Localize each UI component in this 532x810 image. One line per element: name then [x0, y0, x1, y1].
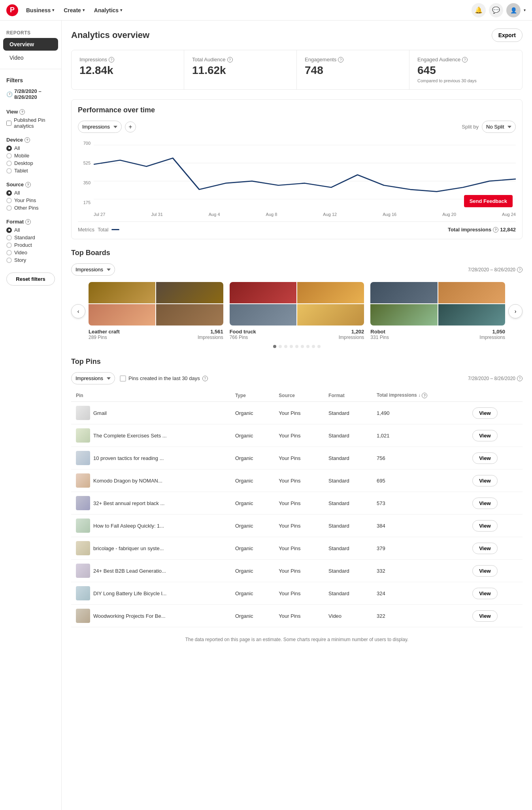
metric-engaged-audience: Engaged Audience ? 645 Compared to previ… — [409, 50, 522, 89]
pin-impressions: 324 — [372, 582, 468, 605]
view-pin-button[interactable]: View — [472, 407, 497, 419]
view-pin-button[interactable]: View — [472, 498, 497, 509]
view-pin-button[interactable]: View — [472, 452, 497, 464]
board-impressions-label-food: Impressions — [339, 335, 364, 340]
pin-type: Organic — [230, 492, 274, 515]
pin-view-cell: View — [468, 582, 523, 605]
radio-format-all — [6, 227, 12, 233]
view-pin-button[interactable]: View — [472, 475, 497, 486]
radio-standard — [6, 235, 12, 240]
published-pin-checkbox[interactable]: Published Pin analytics — [6, 117, 55, 129]
info-icon[interactable]: ? — [517, 267, 523, 273]
boards-controls: Impressions 7/28/2020 – 8/26/2020 ? — [71, 263, 523, 276]
export-button[interactable]: Export — [492, 28, 523, 42]
info-icon[interactable]: ? — [19, 109, 25, 115]
last-30-days-checkbox[interactable]: Pins created in the last 30 days ? — [120, 375, 208, 382]
dot-1 — [273, 345, 276, 348]
send-feedback-button[interactable]: Send Feedback — [464, 195, 513, 207]
info-icon[interactable]: ? — [109, 57, 114, 62]
y-axis: 700 525 350 175 — [78, 139, 94, 206]
view-pin-button[interactable]: View — [472, 565, 497, 577]
notification-icon-btn[interactable]: 🔔 — [472, 3, 486, 17]
dot-5 — [295, 345, 298, 348]
device-desktop[interactable]: Desktop — [6, 160, 55, 166]
avatar[interactable]: 👤 — [506, 3, 521, 17]
dot-9 — [317, 345, 321, 348]
messages-icon-btn[interactable]: 💬 — [489, 3, 503, 17]
info-icon[interactable]: ? — [25, 219, 31, 225]
pin-title: DIY Long Battery Life Bicycle l... — [93, 590, 166, 596]
info-icon[interactable]: ? — [517, 376, 523, 381]
boards-list: Leather craft 289 Pins 1,561 Impressions — [85, 280, 508, 342]
pin-thumbnail — [76, 609, 90, 623]
chart-area: 700 525 350 175 — [78, 139, 516, 218]
radio-mobile — [6, 153, 12, 159]
col-type: Type — [230, 389, 274, 402]
main-content: Analytics overview Export Impressions ? … — [62, 21, 532, 810]
pin-row-name: The Complete Exercises Sets ... — [76, 428, 226, 443]
source-other-pins[interactable]: Other Pins — [6, 205, 55, 211]
page-title: Analytics overview — [71, 30, 149, 40]
device-tablet[interactable]: Tablet — [6, 168, 55, 174]
carousel-prev-button[interactable]: ‹ — [71, 304, 85, 318]
view-pin-button[interactable]: View — [472, 588, 497, 599]
sidebar-item-overview[interactable]: Overview — [3, 38, 58, 51]
table-row: bricolage - fabriquer un syste... Organi… — [71, 537, 523, 560]
source-all[interactable]: All — [6, 190, 55, 196]
pin-view-cell: View — [468, 605, 523, 627]
nav-logo[interactable]: P — [6, 4, 18, 16]
device-mobile[interactable]: Mobile — [6, 153, 55, 159]
split-by-select[interactable]: No Split — [482, 121, 516, 133]
pin-cell: Komodo Dragon by NOMAN... — [71, 469, 230, 492]
date-range-label: 🕐 7/28/2020 – 8/26/2020 — [6, 88, 55, 100]
dot-7 — [306, 345, 309, 348]
nav-create[interactable]: Create ▾ — [59, 5, 89, 16]
info-icon[interactable]: ? — [227, 57, 233, 62]
split-by-control: Split by No Split — [462, 121, 516, 133]
format-story[interactable]: Story — [6, 257, 55, 263]
format-video[interactable]: Video — [6, 250, 55, 255]
table-row: 32+ Best annual report black ... Organic… — [71, 492, 523, 515]
reset-filters-button[interactable]: Reset filters — [6, 273, 55, 286]
carousel-next-button[interactable]: › — [508, 304, 523, 318]
info-icon[interactable]: ? — [493, 227, 498, 233]
info-icon[interactable]: ? — [25, 137, 30, 143]
info-icon[interactable]: ? — [202, 376, 208, 381]
pin-thumbnail — [76, 473, 90, 488]
boards-metric-select[interactable]: Impressions — [71, 263, 115, 276]
source-your-pins[interactable]: Your Pins — [6, 197, 55, 203]
pin-impressions: 756 — [372, 447, 468, 469]
pins-metric-select[interactable]: Impressions — [71, 372, 115, 384]
view-pin-button[interactable]: View — [472, 543, 497, 554]
metric-select[interactable]: Impressions — [78, 121, 122, 133]
format-product[interactable]: Product — [6, 242, 55, 248]
format-standard[interactable]: Standard — [6, 235, 55, 240]
view-label: View ? — [6, 109, 55, 115]
x-label-jul31: Jul 31 — [151, 212, 162, 217]
pin-thumbnail — [76, 496, 90, 510]
sidebar-item-video[interactable]: Video — [3, 51, 58, 64]
view-pin-button[interactable]: View — [472, 430, 497, 441]
format-all[interactable]: All — [6, 227, 55, 233]
view-pin-button[interactable]: View — [472, 610, 497, 622]
chevron-down-icon: ▾ — [52, 8, 54, 12]
info-icon[interactable]: ? — [462, 57, 468, 62]
sidebar-divider — [0, 69, 61, 69]
view-pin-button[interactable]: View — [472, 520, 497, 532]
pin-type: Organic — [230, 582, 274, 605]
info-icon[interactable]: ? — [422, 393, 427, 398]
info-icon[interactable]: ? — [25, 182, 31, 187]
pin-thumbnail — [76, 586, 90, 600]
source-label: Source ? — [6, 182, 55, 187]
pin-title: 32+ Best annual report black ... — [93, 500, 164, 506]
info-icon[interactable]: ? — [338, 57, 343, 62]
device-all[interactable]: All — [6, 145, 55, 151]
pin-format: Standard — [324, 447, 372, 469]
board-img-7 — [230, 304, 296, 326]
metrics-footer: Metrics Total Total impressions ? 12,842 — [78, 221, 516, 233]
nav-business[interactable]: Business ▾ — [21, 5, 59, 16]
add-metric-button[interactable]: + — [125, 121, 136, 132]
nav-analytics[interactable]: Analytics ▾ — [89, 5, 127, 16]
board-img-5 — [230, 282, 296, 303]
pin-cell: 24+ Best B2B Lead Generatio... — [71, 560, 230, 582]
